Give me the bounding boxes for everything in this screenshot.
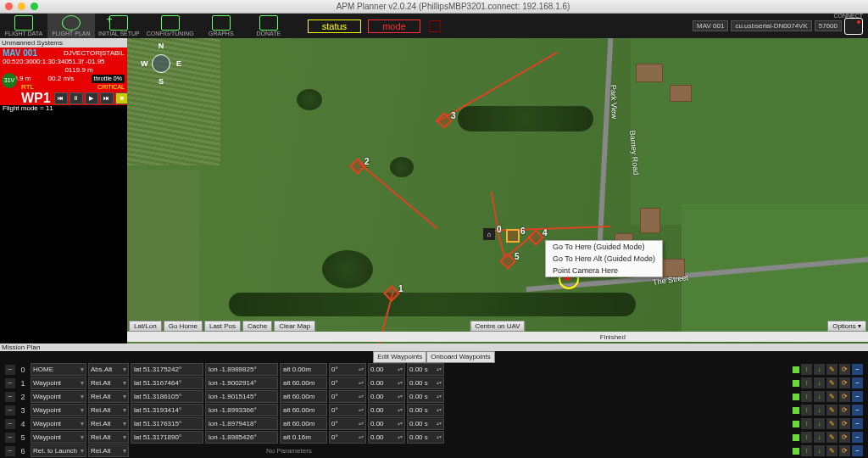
map-view[interactable]: Park View Barney Road The Street N S E W… [127, 38, 868, 344]
p1-spin[interactable]: 0° [329, 404, 366, 416]
alt-type-select[interactable]: Rel.Alt [88, 377, 129, 389]
cache-button[interactable]: Cache [242, 321, 272, 332]
tab-onboard-waypoints[interactable]: Onboard Waypoints [426, 351, 494, 363]
lat-field[interactable]: lat 51.3176315° [131, 417, 203, 430]
close-dot[interactable] [5, 3, 13, 10]
p2-spin[interactable]: 0.00 [368, 417, 405, 430]
action2-icon[interactable]: ⟳ [839, 364, 850, 375]
remove-row-button[interactable]: − [5, 392, 15, 402]
action2-icon[interactable]: ⟳ [839, 391, 850, 402]
down-icon[interactable]: ↓ [814, 364, 825, 375]
action2-icon[interactable]: ⟳ [839, 432, 850, 443]
p2-spin[interactable]: 0.00 [368, 404, 405, 416]
alt-field[interactable]: alt 60.00m [280, 390, 327, 403]
alt-field[interactable]: alt 0.00m [280, 363, 327, 376]
wp-type-select[interactable]: Waypoint [31, 404, 86, 416]
hud-play-button[interactable]: ▶ [85, 92, 98, 104]
min-dot[interactable] [18, 3, 25, 10]
baud-select[interactable]: 57600 [815, 20, 842, 31]
alt-type-select[interactable]: Rel.Alt [88, 404, 129, 416]
wp-type-select[interactable]: Waypoint [31, 431, 86, 444]
up-icon[interactable]: ↑ [801, 432, 812, 443]
clearmap-button[interactable]: Clear Map [274, 321, 315, 332]
down-icon[interactable]: ↓ [814, 445, 825, 456]
home-marker[interactable]: ⌂ [483, 228, 495, 240]
hud-pause-button[interactable]: ⏸ [70, 92, 83, 104]
action1-icon[interactable]: ✎ [826, 364, 837, 375]
lon-field[interactable]: lon -1.9015145° [205, 390, 278, 403]
alt-type-select[interactable]: Rel.Alt [88, 444, 129, 457]
lon-field[interactable]: lon -1.8985426° [205, 431, 278, 444]
delete-icon[interactable]: − [852, 391, 863, 402]
action2-icon[interactable]: ⟳ [839, 445, 850, 456]
lon-field[interactable]: lon -1.8979418° [205, 417, 278, 430]
p1-spin[interactable]: 0° [329, 363, 366, 376]
action2-icon[interactable]: ⟳ [839, 405, 850, 416]
ctx-go-here[interactable]: Go To Here (Guided Mode) [546, 241, 662, 253]
wp-type-select[interactable]: Waypoint [31, 377, 86, 389]
up-icon[interactable]: ↑ [801, 445, 812, 456]
ctx-point-camera[interactable]: Point Camera Here [546, 265, 662, 276]
remove-row-button[interactable]: − [5, 365, 15, 375]
ctx-go-here-alt[interactable]: Go To Here Alt (Guided Mode) [546, 253, 662, 265]
p1-spin[interactable]: 0° [329, 390, 366, 403]
remove-row-button[interactable]: − [5, 405, 15, 416]
remove-row-button[interactable]: − [5, 446, 15, 456]
mav-select[interactable]: MAV 001 [693, 20, 728, 31]
up-icon[interactable]: ↑ [801, 391, 812, 402]
action1-icon[interactable]: ✎ [826, 377, 837, 388]
remove-row-button[interactable]: − [5, 419, 15, 429]
hud-prev-button[interactable]: ⏮ [54, 92, 68, 104]
action2-icon[interactable]: ⟳ [839, 377, 850, 388]
latlon-button[interactable]: Lat/Lon [129, 321, 162, 332]
hud-next-button[interactable]: ⏭ [100, 92, 114, 104]
lon-field[interactable]: lon -1.8989825° [205, 363, 278, 376]
p3-spin[interactable]: 0.00 s [407, 417, 444, 430]
up-icon[interactable]: ↑ [801, 364, 812, 375]
action2-icon[interactable]: ⟳ [839, 418, 850, 429]
p3-spin[interactable]: 0.00 s [407, 363, 444, 376]
remove-row-button[interactable]: − [5, 433, 15, 443]
alt-type-select[interactable]: Rel.Alt [88, 431, 129, 444]
action1-icon[interactable]: ✎ [826, 432, 837, 443]
p1-spin[interactable]: 0° [329, 431, 366, 444]
up-icon[interactable]: ↑ [801, 377, 812, 388]
action1-icon[interactable]: ✎ [826, 405, 837, 416]
delete-icon[interactable]: − [852, 377, 863, 388]
lon-field[interactable]: lon -1.9002914° [205, 377, 278, 389]
lastpos-button[interactable]: Last Pos [204, 321, 241, 332]
p3-spin[interactable]: 0.00 s [407, 377, 444, 389]
remove-row-button[interactable]: − [5, 378, 15, 388]
options-button[interactable]: Options ▾ [827, 321, 866, 332]
up-icon[interactable]: ↑ [801, 418, 812, 429]
nav-donate[interactable]: DONATE [245, 14, 292, 38]
down-icon[interactable]: ↓ [814, 418, 825, 429]
alt-field[interactable]: alt 60.00m [280, 417, 327, 430]
port-select[interactable]: cu.usbserial-DN0074VK [731, 20, 811, 31]
delete-icon[interactable]: − [852, 364, 863, 375]
alt-type-select[interactable]: Rel.Alt [88, 390, 129, 403]
tab-edit-waypoints[interactable]: Edit Waypoints [373, 351, 426, 363]
delete-icon[interactable]: − [852, 432, 863, 443]
nav-flight-plan[interactable]: FLIGHT PLAN [47, 14, 95, 38]
lat-field[interactable]: lat 51.3171890° [131, 431, 203, 444]
alt-type-select[interactable]: Rel.Alt [88, 417, 129, 430]
wp-type-select[interactable]: HOME [31, 363, 86, 376]
wp-marker-6[interactable] [506, 229, 520, 243]
nav-graphs[interactable]: GRAPHS [198, 14, 245, 38]
alt-field[interactable]: alt 0.16m [280, 431, 327, 444]
up-icon[interactable]: ↑ [801, 405, 812, 416]
down-icon[interactable]: ↓ [814, 405, 825, 416]
action1-icon[interactable]: ✎ [826, 445, 837, 456]
alt-field[interactable]: alt 60.00m [280, 404, 327, 416]
alt-field[interactable]: alt 60.00m [280, 377, 327, 389]
max-dot[interactable] [31, 3, 38, 10]
p1-spin[interactable]: 0° [329, 417, 366, 430]
wp-type-select[interactable]: Waypoint [31, 390, 86, 403]
p2-spin[interactable]: 0.00 [368, 390, 405, 403]
p2-spin[interactable]: 0.00 [368, 377, 405, 389]
action1-icon[interactable]: ✎ [826, 418, 837, 429]
wp-type-select[interactable]: Ret. to Launch [31, 444, 86, 457]
p3-spin[interactable]: 0.00 s [407, 431, 444, 444]
p2-spin[interactable]: 0.00 [368, 431, 405, 444]
